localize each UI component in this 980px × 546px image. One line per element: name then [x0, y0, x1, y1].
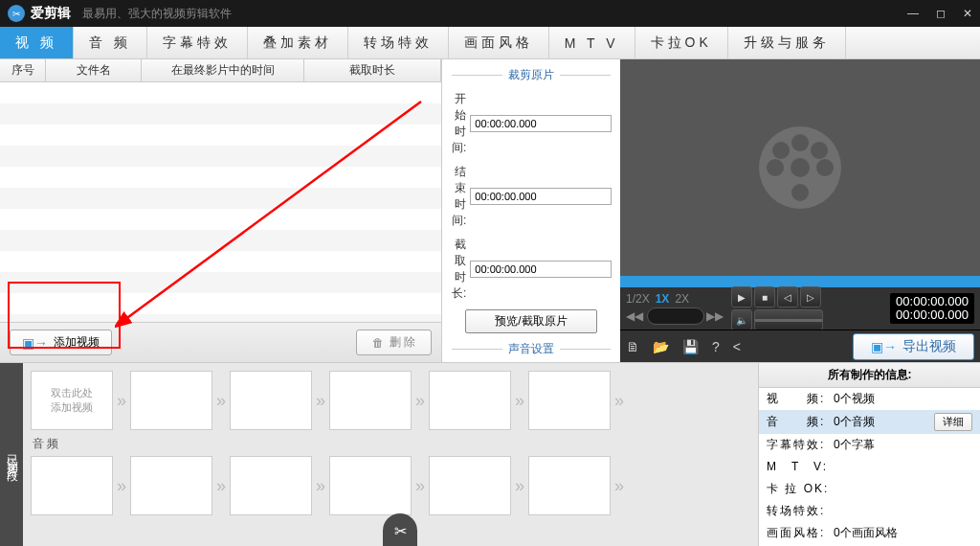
table-header: 序号 文件名 在最终影片中的时间 截取时长 — [0, 59, 441, 82]
titlebar: ✂ 爱剪辑 最易用、强大的视频剪辑软件 — ◻ ✕ — [0, 0, 980, 27]
action-bar: ▣→ 添加视频 🗑 删 除 — [0, 322, 441, 362]
trim-pane: 裁剪原片 开始时间: 结束时间: 截取时长: 预览/截取原片 声音设置 使用音轨… — [442, 59, 620, 362]
speed-half[interactable]: 1/2X — [626, 292, 650, 306]
tab-karaoke[interactable]: 卡拉OK — [635, 27, 728, 58]
tab-audio[interactable]: 音 频 — [74, 27, 147, 58]
info-row[interactable]: M T V: — [759, 456, 980, 478]
mute-button[interactable]: 🔈 — [731, 309, 752, 330]
info-row[interactable]: 转场特效: — [759, 500, 980, 522]
info-pane: 所有制作的信息: 视 频:0个视频音 频:0个音频详细字幕特效:0个字幕M T … — [758, 363, 980, 546]
info-key: 音 频: — [767, 414, 834, 430]
clip-slot[interactable] — [528, 456, 611, 515]
clip-slot[interactable] — [429, 456, 511, 515]
preview-trim-button[interactable]: 预览/截取原片 — [465, 309, 597, 333]
tab-upgrade[interactable]: 升级与服务 — [728, 27, 846, 58]
clip-slot[interactable] — [230, 456, 312, 515]
speed-2x[interactable]: 2X — [675, 292, 689, 306]
col-duration: 截取时长 — [304, 59, 441, 81]
jog-left-icon[interactable]: ◀◀ — [626, 309, 643, 323]
info-key: M T V: — [767, 459, 834, 475]
tab-video[interactable]: 视 频 — [0, 27, 74, 58]
prev-frame-button[interactable]: ◁ — [777, 286, 798, 307]
col-index: 序号 — [0, 59, 46, 81]
clip-slot[interactable] — [230, 371, 312, 430]
speed-1x[interactable]: 1X — [656, 292, 670, 306]
clip-list-pane: 序号 文件名 在最终影片中的时间 截取时长 ▣→ 添加视频 🗑 删 除 — [0, 59, 442, 362]
info-value: 0个音频 — [834, 414, 934, 430]
share-icon[interactable]: < — [733, 339, 741, 354]
timeline-area: 已添加片段 双击此处 添加视频 » » » » » » 音 频 » » » » … — [0, 363, 758, 546]
preview-volume-slider[interactable] — [754, 309, 823, 330]
table-body[interactable] — [0, 82, 441, 322]
chevron-right-icon: » — [117, 391, 126, 411]
timecode-display: 00:00:00.000 00:00:00.000 — [890, 293, 974, 325]
clip-slot[interactable] — [528, 371, 611, 430]
info-row[interactable]: 视 频:0个视频 — [759, 388, 980, 410]
delete-button[interactable]: 🗑 删 除 — [356, 330, 432, 355]
info-key: 字幕特效: — [767, 437, 834, 453]
info-value: 0个视频 — [834, 391, 972, 407]
stop-button[interactable]: ■ — [754, 286, 775, 307]
play-button[interactable]: ▶ — [731, 286, 752, 307]
next-frame-button[interactable]: ▷ — [800, 286, 821, 307]
preview-viewport[interactable] — [620, 59, 980, 276]
export-video-button[interactable]: ▣→ 导出视频 — [853, 333, 974, 360]
end-time-input[interactable] — [470, 188, 612, 205]
info-list: 视 频:0个视频音 频:0个音频详细字幕特效:0个字幕M T V:卡 拉 OK:… — [759, 388, 980, 546]
info-row[interactable]: 画面风格:0个画面风格 — [759, 522, 980, 544]
added-clips-tab[interactable]: 已添加片段 — [0, 363, 23, 546]
open-icon[interactable]: 📂 — [653, 339, 669, 354]
add-video-label: 添加视频 — [54, 334, 100, 351]
tab-subtitle[interactable]: 字幕特效 — [147, 27, 248, 58]
tab-transition[interactable]: 转场特效 — [348, 27, 449, 58]
info-row[interactable]: 音 频:0个音频详细 — [759, 410, 980, 434]
maximize-icon[interactable]: ◻ — [936, 7, 946, 20]
tab-mtv[interactable]: M T V — [549, 27, 635, 58]
save-icon[interactable]: 💾 — [682, 339, 699, 354]
clip-slot[interactable] — [329, 456, 412, 515]
audio-clip-row: » » » » » » — [31, 456, 750, 515]
info-header: 所有制作的信息: — [759, 363, 980, 388]
jog-wheel[interactable] — [647, 307, 704, 325]
minimize-icon[interactable]: — — [907, 7, 919, 20]
start-label: 开始时间: — [452, 91, 466, 156]
audio-row-label: 音 频 — [33, 436, 750, 452]
clip-slot[interactable] — [329, 371, 412, 430]
app-logo: ✂ — [8, 5, 25, 22]
start-time-input[interactable] — [470, 115, 612, 132]
detail-button[interactable]: 详细 — [934, 413, 972, 431]
tab-style[interactable]: 画面风格 — [449, 27, 549, 58]
col-filename: 文件名 — [46, 59, 142, 81]
info-key: 画面风格: — [767, 525, 834, 541]
clip-placeholder[interactable]: 双击此处 添加视频 — [31, 371, 113, 430]
end-label: 结束时间: — [452, 164, 466, 229]
trim-section: 裁剪原片 — [508, 67, 554, 83]
info-key: 视 频: — [767, 391, 834, 407]
clip-slot[interactable] — [130, 371, 212, 430]
info-value: 0个画面风格 — [834, 525, 972, 541]
info-row[interactable]: 卡 拉 OK: — [759, 478, 980, 500]
scissors-icon[interactable]: ✂ — [383, 513, 417, 546]
preview-pane: 1/2X 1X 2X ◀◀ ▶▶ ▶ ■ ◁ ▷ 🔈 — [620, 59, 980, 362]
info-row[interactable]: 字幕特效:0个字幕 — [759, 434, 980, 456]
delete-label: 删 除 — [390, 334, 415, 351]
add-video-icon: ▣→ — [22, 335, 48, 351]
annotation-arrow — [115, 92, 440, 331]
info-key: 转场特效: — [767, 503, 834, 519]
tab-overlay[interactable]: 叠加素材 — [248, 27, 348, 58]
new-icon[interactable]: 🗎 — [626, 339, 639, 354]
film-reel-icon — [759, 126, 841, 209]
sound-section: 声音设置 — [508, 341, 554, 357]
clip-slot[interactable] — [31, 456, 113, 515]
close-icon[interactable]: ✕ — [963, 7, 972, 20]
help-icon[interactable]: ? — [712, 339, 720, 354]
playback-controls: 1/2X 1X 2X ◀◀ ▶▶ ▶ ■ ◁ ▷ 🔈 — [620, 287, 980, 330]
add-video-button[interactable]: ▣→ 添加视频 — [10, 330, 112, 355]
duration-input[interactable] — [470, 261, 612, 278]
timecode-total: 00:00:00.000 — [896, 308, 969, 322]
clip-slot[interactable] — [429, 371, 511, 430]
preview-toolbar: 🗎 📂 💾 ? < ▣→ 导出视频 — [620, 330, 980, 362]
jog-right-icon[interactable]: ▶▶ — [706, 309, 724, 323]
video-clip-row: 双击此处 添加视频 » » » » » » — [31, 371, 750, 430]
clip-slot[interactable] — [130, 456, 212, 515]
